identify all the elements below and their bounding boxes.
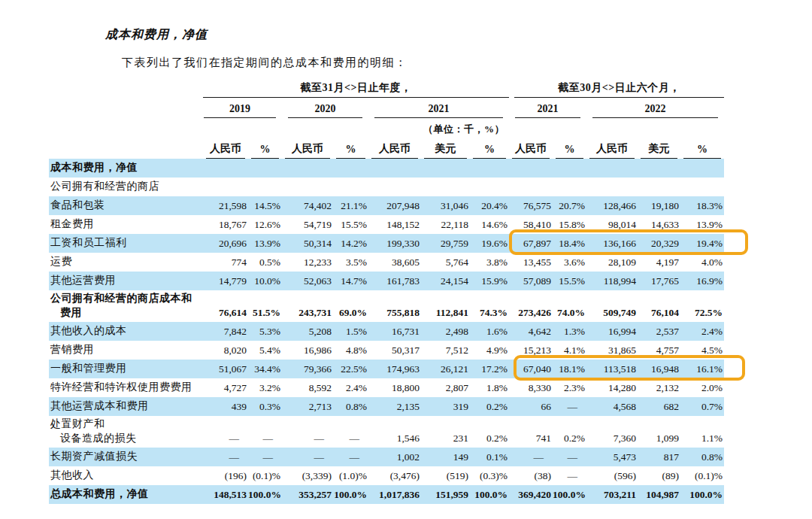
cell bbox=[282, 178, 333, 196]
cell: 1,002 bbox=[368, 448, 421, 466]
cell: 112,841 bbox=[421, 290, 470, 322]
cell: 4,568 bbox=[586, 397, 638, 416]
cell: (0.1)% bbox=[680, 466, 724, 485]
cell bbox=[203, 159, 248, 178]
cell: 58,410 bbox=[509, 215, 553, 234]
table-row: 特许经营和特许权使用费费用4,7273.2%8,5922.4%18,8002,8… bbox=[49, 378, 724, 397]
section-title: 成本和费用，净值 bbox=[105, 27, 208, 43]
cell bbox=[509, 159, 553, 178]
cell: 1.3% bbox=[553, 322, 586, 341]
cell bbox=[586, 159, 638, 178]
cell: 52,063 bbox=[282, 272, 333, 290]
cell bbox=[680, 178, 724, 196]
row-label: 工资和员工福利 bbox=[49, 234, 203, 253]
cell bbox=[553, 159, 586, 178]
row-label: 处置财产和 设备造成的损失 bbox=[49, 416, 203, 448]
cell: 148,513 bbox=[203, 485, 248, 504]
cell: 100.0% bbox=[248, 485, 282, 504]
cell bbox=[368, 178, 421, 196]
cell: 2,132 bbox=[638, 378, 680, 397]
cell: 161,783 bbox=[368, 272, 421, 290]
cell: 79,366 bbox=[282, 360, 333, 378]
cell: 16.1% bbox=[680, 360, 724, 378]
cell: 67,040 bbox=[509, 360, 553, 378]
cell: 19.6% bbox=[470, 234, 509, 253]
cell: 19.4% bbox=[680, 234, 724, 253]
cell: 4.1% bbox=[553, 341, 586, 360]
cell: 1.5% bbox=[333, 322, 368, 341]
cell: — bbox=[203, 448, 248, 466]
cell: 12.6% bbox=[248, 215, 282, 234]
cell: 5,473 bbox=[586, 448, 638, 466]
cell: 353,257 bbox=[282, 485, 333, 504]
column-header: 人民币 bbox=[509, 136, 553, 159]
cell: 51.5% bbox=[248, 290, 282, 322]
cell: 439 bbox=[203, 397, 248, 416]
cell bbox=[638, 159, 680, 178]
column-header: % bbox=[553, 136, 586, 159]
year-header-2020: 2020 bbox=[288, 103, 362, 118]
cell: 16,986 bbox=[282, 341, 333, 360]
cell bbox=[333, 178, 368, 196]
cell: 3.6% bbox=[553, 253, 586, 272]
cell: 273,426 bbox=[509, 290, 553, 322]
cell: 31,046 bbox=[421, 196, 470, 215]
cell: 26,121 bbox=[421, 360, 470, 378]
cell: 5,764 bbox=[421, 253, 470, 272]
row-label: 其他运营费用 bbox=[49, 272, 203, 290]
cell: 7,842 bbox=[203, 322, 248, 341]
cell: 4,727 bbox=[203, 378, 248, 397]
column-header: % bbox=[333, 136, 368, 159]
cell: 2,498 bbox=[421, 322, 470, 341]
cell: 10.0% bbox=[248, 272, 282, 290]
cell: 4.9% bbox=[470, 341, 509, 360]
section-subtitle: 下表列出了我们在指定期间的总成本和费用的明细： bbox=[122, 56, 408, 70]
cell: 0.2% bbox=[470, 397, 509, 416]
cell: 0.8% bbox=[333, 397, 368, 416]
cell: — bbox=[553, 466, 586, 485]
cell: 22.5% bbox=[333, 360, 368, 378]
cell: 1.8% bbox=[470, 378, 509, 397]
cell: 15.8% bbox=[553, 215, 586, 234]
table-row: 长期资产减值损失————1,0021490.1%——5,4738170.8% bbox=[49, 448, 724, 466]
cell: 8,592 bbox=[282, 378, 333, 397]
cell bbox=[333, 159, 368, 178]
cell: 18.1% bbox=[553, 360, 586, 378]
cell: 755,818 bbox=[368, 290, 421, 322]
cell: 14,280 bbox=[586, 378, 638, 397]
row-label: 食品和包装 bbox=[49, 196, 203, 215]
table-row: 其他收入的成本7,8425.3%5,2081.5%16,7312,4981.6%… bbox=[49, 322, 724, 341]
cell: 16,994 bbox=[586, 322, 638, 341]
cell: 104,987 bbox=[638, 485, 680, 504]
cell: 136,166 bbox=[586, 234, 638, 253]
table-row: 租金费用18,76712.6%54,71915.5%148,15222,1181… bbox=[49, 215, 724, 234]
row-label: 租金费用 bbox=[49, 215, 203, 234]
column-header: 人民币 bbox=[282, 136, 333, 159]
cell: 76,614 bbox=[203, 290, 248, 322]
cell: 243,731 bbox=[282, 290, 333, 322]
cell: 3.2% bbox=[248, 378, 282, 397]
cell: 2.4% bbox=[680, 322, 724, 341]
cell: 38,605 bbox=[368, 253, 421, 272]
cell: 2.0% bbox=[680, 378, 724, 397]
cell: 4,757 bbox=[638, 341, 680, 360]
cell: — bbox=[509, 448, 553, 466]
row-label: 其他运营成本和费用 bbox=[49, 397, 203, 416]
cell: 149 bbox=[421, 448, 470, 466]
table-row: 食品和包装21,59814.5%74,40221.1%207,94831,046… bbox=[49, 196, 724, 215]
cell: 14,633 bbox=[638, 215, 680, 234]
cell: 74.0% bbox=[553, 290, 586, 322]
cell: 18,767 bbox=[203, 215, 248, 234]
column-header-row: 人民币%人民币%人民币美元%人民币%人民币美元% bbox=[49, 136, 724, 159]
cell: — bbox=[553, 448, 586, 466]
cell: (596) bbox=[586, 466, 638, 485]
column-header: 人民币 bbox=[586, 136, 638, 159]
cell: 2.4% bbox=[333, 378, 368, 397]
cell: 20.7% bbox=[553, 196, 586, 215]
cell: 21,598 bbox=[203, 196, 248, 215]
cell: 7,512 bbox=[421, 341, 470, 360]
cell bbox=[553, 178, 586, 196]
cell: 0.5% bbox=[248, 253, 282, 272]
cell: 16.9% bbox=[680, 272, 724, 290]
cell: 682 bbox=[638, 397, 680, 416]
